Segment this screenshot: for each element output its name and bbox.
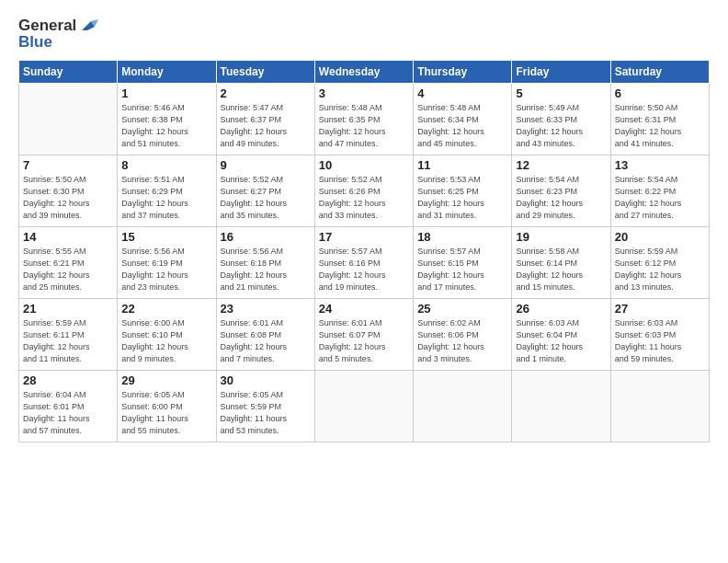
calendar-cell [19,84,118,155]
day-info: Sunrise: 6:01 AM Sunset: 6:07 PM Dayligh… [319,317,409,365]
day-info: Sunrise: 5:53 AM Sunset: 6:25 PM Dayligh… [417,174,507,222]
day-number: 4 [417,86,507,100]
day-number: 6 [615,86,705,100]
calendar-cell: 21Sunrise: 5:59 AM Sunset: 6:11 PM Dayli… [19,299,118,371]
day-number: 24 [319,302,409,316]
week-row-1: 1Sunrise: 5:46 AM Sunset: 6:38 PM Daylig… [19,84,710,155]
calendar-table: SundayMondayTuesdayWednesdayThursdayFrid… [18,60,710,442]
day-info: Sunrise: 5:54 AM Sunset: 6:22 PM Dayligh… [615,174,705,222]
day-info: Sunrise: 5:52 AM Sunset: 6:27 PM Dayligh… [221,174,311,222]
weekday-header-thursday: Thursday [414,61,512,84]
calendar-cell: 30Sunrise: 6:05 AM Sunset: 5:59 PM Dayli… [216,371,314,442]
calendar-cell: 13Sunrise: 5:54 AM Sunset: 6:22 PM Dayli… [610,155,709,227]
logo-text-blue: Blue [18,33,52,52]
day-number: 30 [221,373,311,387]
weekday-header-friday: Friday [512,61,610,84]
day-number: 7 [23,158,113,172]
calendar-cell: 11Sunrise: 5:53 AM Sunset: 6:25 PM Dayli… [414,155,512,227]
calendar-cell: 23Sunrise: 6:01 AM Sunset: 6:08 PM Dayli… [216,299,314,371]
weekday-header-monday: Monday [118,61,216,84]
day-number: 26 [516,302,606,316]
day-info: Sunrise: 5:57 AM Sunset: 6:16 PM Dayligh… [319,246,409,293]
day-info: Sunrise: 5:58 AM Sunset: 6:14 PM Dayligh… [516,246,606,293]
calendar-cell: 16Sunrise: 5:56 AM Sunset: 6:18 PM Dayli… [216,227,314,299]
calendar-cell: 10Sunrise: 5:52 AM Sunset: 6:26 PM Dayli… [314,155,413,227]
day-number: 11 [417,158,507,172]
calendar-cell: 17Sunrise: 5:57 AM Sunset: 6:16 PM Dayli… [314,227,413,299]
day-number: 13 [615,158,705,172]
weekday-header-tuesday: Tuesday [216,61,314,84]
logo-bird-icon [78,17,98,34]
calendar-cell [414,371,512,442]
day-info: Sunrise: 5:57 AM Sunset: 6:15 PM Dayligh… [417,246,507,293]
day-info: Sunrise: 6:05 AM Sunset: 5:59 PM Dayligh… [221,389,311,437]
weekday-header-row: SundayMondayTuesdayWednesdayThursdayFrid… [19,61,710,84]
calendar-cell: 5Sunrise: 5:49 AM Sunset: 6:33 PM Daylig… [512,84,610,155]
calendar-cell [314,371,413,442]
day-info: Sunrise: 5:56 AM Sunset: 6:19 PM Dayligh… [121,246,211,293]
calendar-cell: 9Sunrise: 5:52 AM Sunset: 6:27 PM Daylig… [216,155,314,227]
day-number: 2 [221,86,311,100]
calendar-cell: 4Sunrise: 5:48 AM Sunset: 6:34 PM Daylig… [414,84,512,155]
day-info: Sunrise: 5:50 AM Sunset: 6:30 PM Dayligh… [23,174,113,222]
calendar-cell: 26Sunrise: 6:03 AM Sunset: 6:04 PM Dayli… [512,299,610,371]
day-number: 17 [319,230,409,244]
day-info: Sunrise: 5:59 AM Sunset: 6:11 PM Dayligh… [23,317,113,365]
day-number: 27 [615,302,705,316]
day-number: 14 [23,230,113,244]
day-number: 21 [23,302,113,316]
calendar-cell: 6Sunrise: 5:50 AM Sunset: 6:31 PM Daylig… [610,84,709,155]
weekday-header-wednesday: Wednesday [314,61,413,84]
day-number: 20 [615,230,705,244]
day-info: Sunrise: 5:59 AM Sunset: 6:12 PM Dayligh… [615,246,705,293]
day-number: 29 [121,373,211,387]
day-info: Sunrise: 5:51 AM Sunset: 6:29 PM Dayligh… [121,174,211,222]
calendar-cell: 7Sunrise: 5:50 AM Sunset: 6:30 PM Daylig… [19,155,118,227]
day-info: Sunrise: 6:00 AM Sunset: 6:10 PM Dayligh… [121,317,211,365]
logo: General Blue [18,17,98,51]
calendar-cell: 27Sunrise: 6:03 AM Sunset: 6:03 PM Dayli… [610,299,709,371]
week-row-5: 28Sunrise: 6:04 AM Sunset: 6:01 PM Dayli… [19,371,710,442]
week-row-3: 14Sunrise: 5:55 AM Sunset: 6:21 PM Dayli… [19,227,710,299]
day-number: 5 [516,86,606,100]
calendar-cell [610,371,709,442]
calendar-cell: 18Sunrise: 5:57 AM Sunset: 6:15 PM Dayli… [414,227,512,299]
day-info: Sunrise: 6:02 AM Sunset: 6:06 PM Dayligh… [417,317,507,365]
day-number: 12 [516,158,606,172]
calendar-cell: 19Sunrise: 5:58 AM Sunset: 6:14 PM Dayli… [512,227,610,299]
calendar-cell: 8Sunrise: 5:51 AM Sunset: 6:29 PM Daylig… [118,155,216,227]
day-info: Sunrise: 6:01 AM Sunset: 6:08 PM Dayligh… [221,317,311,365]
calendar-cell: 24Sunrise: 6:01 AM Sunset: 6:07 PM Dayli… [314,299,413,371]
day-number: 18 [417,230,507,244]
day-number: 28 [23,373,113,387]
day-info: Sunrise: 6:04 AM Sunset: 6:01 PM Dayligh… [23,389,113,437]
day-info: Sunrise: 5:52 AM Sunset: 6:26 PM Dayligh… [319,174,409,222]
calendar-cell: 1Sunrise: 5:46 AM Sunset: 6:38 PM Daylig… [118,84,216,155]
day-number: 8 [121,158,211,172]
week-row-2: 7Sunrise: 5:50 AM Sunset: 6:30 PM Daylig… [19,155,710,227]
day-info: Sunrise: 5:48 AM Sunset: 6:34 PM Dayligh… [417,102,507,150]
day-number: 3 [319,86,409,100]
day-info: Sunrise: 6:05 AM Sunset: 6:00 PM Dayligh… [121,389,211,437]
calendar-cell: 22Sunrise: 6:00 AM Sunset: 6:10 PM Dayli… [118,299,216,371]
calendar-cell: 14Sunrise: 5:55 AM Sunset: 6:21 PM Dayli… [19,227,118,299]
calendar-cell: 28Sunrise: 6:04 AM Sunset: 6:01 PM Dayli… [19,371,118,442]
day-number: 19 [516,230,606,244]
calendar-cell: 25Sunrise: 6:02 AM Sunset: 6:06 PM Dayli… [414,299,512,371]
weekday-header-saturday: Saturday [610,61,709,84]
day-info: Sunrise: 5:56 AM Sunset: 6:18 PM Dayligh… [221,246,311,293]
day-number: 10 [319,158,409,172]
header: General Blue [18,17,710,51]
day-info: Sunrise: 6:03 AM Sunset: 6:03 PM Dayligh… [615,317,705,365]
calendar-cell: 12Sunrise: 5:54 AM Sunset: 6:23 PM Dayli… [512,155,610,227]
weekday-header-sunday: Sunday [19,61,118,84]
day-info: Sunrise: 5:55 AM Sunset: 6:21 PM Dayligh… [23,246,113,293]
day-number: 25 [417,302,507,316]
calendar-cell: 20Sunrise: 5:59 AM Sunset: 6:12 PM Dayli… [610,227,709,299]
day-info: Sunrise: 6:03 AM Sunset: 6:04 PM Dayligh… [516,317,606,365]
day-info: Sunrise: 5:50 AM Sunset: 6:31 PM Dayligh… [615,102,705,150]
day-info: Sunrise: 5:47 AM Sunset: 6:37 PM Dayligh… [221,102,311,150]
day-number: 23 [221,302,311,316]
day-number: 15 [121,230,211,244]
calendar-cell: 2Sunrise: 5:47 AM Sunset: 6:37 PM Daylig… [216,84,314,155]
